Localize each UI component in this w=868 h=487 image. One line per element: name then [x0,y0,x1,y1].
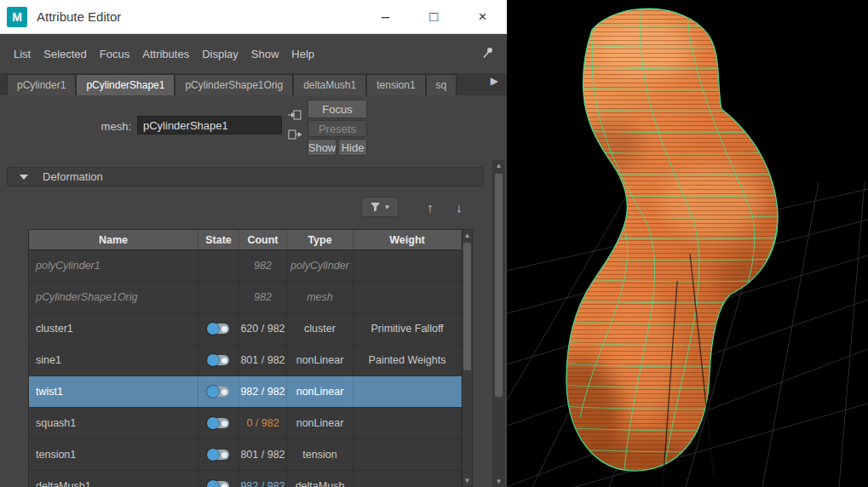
state-toggle[interactable] [208,481,229,487]
cell-type: cluster [287,313,354,344]
cell-count: 801 / 982 [239,345,287,375]
table-row[interactable]: squash1 0 / 982 nonLinear [29,408,462,439]
table-row-selected[interactable]: twist1 982 / 982 nonLinear [29,376,462,408]
mesh-name-input[interactable] [137,116,282,135]
cell-name: twist1 [29,376,198,407]
scrollbar-thumb[interactable] [495,174,503,397]
cell-weight: Painted Weights [354,345,462,375]
tab-pcylinder1[interactable]: pCylinder1 [7,74,76,95]
cell-type: tension [287,439,354,470]
cell-type: nonLinear [287,345,354,375]
cell-count: 982 / 982 [239,376,287,407]
header-weight[interactable]: Weight [354,230,462,249]
tab-tension1[interactable]: tension1 [366,74,425,95]
table-row[interactable]: cluster1 620 / 982 cluster Primitive Fal… [29,313,462,345]
menu-focus[interactable]: Focus [100,48,129,60]
presets-button[interactable]: Presets [308,120,367,137]
cell-state [198,345,239,375]
output-connection-icon[interactable] [287,127,302,142]
table-row[interactable]: tension1 801 / 982 tension [29,439,462,471]
cell-state [198,408,239,438]
show-button[interactable]: Show [308,139,336,156]
cell-type: deltaMush [287,471,354,487]
scroll-down-icon[interactable]: ▼ [463,475,472,486]
state-toggle[interactable] [208,355,229,365]
menu-list[interactable]: List [14,48,31,60]
menu-attributes[interactable]: Attributes [142,48,189,60]
cell-type: nonLinear [287,376,354,407]
move-down-button[interactable]: ↓ [450,196,468,218]
cell-count: 982 / 982 [239,471,287,487]
scroll-down-icon[interactable]: ▼ [492,476,505,487]
cell-weight [354,376,462,407]
scroll-up-icon[interactable]: ▲ [492,160,505,171]
header-type[interactable]: Type [287,230,354,249]
header-name[interactable]: Name [29,230,198,249]
table-header-row: Name State Count Type Weight [29,230,462,250]
deformation-section-header[interactable]: Deformation [7,167,484,186]
cell-state [198,376,239,407]
cell-state [198,313,239,344]
scroll-up-icon[interactable]: ▲ [463,230,472,241]
tab-deltamush1[interactable]: deltaMush1 [293,74,366,95]
table-row[interactable]: polyCylinder1 982 polyCylinder [29,250,462,282]
cell-weight [354,471,462,487]
state-toggle[interactable] [208,450,229,460]
attribute-editor-window: M Attribute Editor – □ × List Selected F… [0,0,507,487]
cell-name: pCylinderShape1Orig [29,282,198,312]
table-row[interactable]: sine1 801 / 982 nonLinear Painted Weight… [29,345,462,376]
pin-icon[interactable] [481,46,495,60]
cell-weight [354,250,462,281]
close-button[interactable]: × [458,0,507,34]
filter-dropdown-button[interactable]: ▼ [361,197,399,217]
state-toggle[interactable] [208,324,229,334]
state-toggle[interactable] [208,387,229,397]
tab-squash1-clipped[interactable]: sq [426,74,457,95]
minimize-button[interactable]: – [361,0,410,34]
scrollbar-thumb[interactable] [463,243,471,370]
collapse-arrow-icon [20,175,28,180]
table-row[interactable]: deltaMush1 982 / 982 deltaMush [29,471,462,487]
state-toggle[interactable] [208,418,229,428]
header-state[interactable]: State [198,230,239,249]
table-row[interactable]: pCylinderShape1Orig 982 mesh [29,282,462,313]
cell-name: polyCylinder1 [29,250,198,281]
cell-count: 620 / 982 [239,313,287,344]
mesh-field-label: mesh: [0,120,131,133]
maya-logo-icon: M [7,7,27,27]
cell-type: polyCylinder [287,250,354,281]
cell-state [198,250,239,281]
tab-overflow-arrow-icon[interactable]: ▶ [491,75,498,87]
cell-name: cluster1 [29,313,198,344]
cell-weight [354,408,462,438]
move-up-button[interactable]: ↑ [421,196,440,218]
viewport-3d[interactable] [507,0,868,487]
table-scrollbar[interactable]: ▲ ▼ [462,229,473,487]
hide-button[interactable]: Hide [338,139,367,156]
header-count[interactable]: Count [239,230,287,249]
editor-scrollbar[interactable]: ▲ ▼ [492,160,505,487]
tab-pcylindershape1[interactable]: pCylinderShape1 [76,74,175,95]
cell-type: mesh [287,282,354,312]
cell-count: 801 / 982 [239,439,287,470]
deformed-cylinder-mesh[interactable] [507,0,868,487]
cell-state [198,439,239,470]
window-title: Attribute Editor [37,9,121,24]
focus-button[interactable]: Focus [308,100,367,118]
menu-selected[interactable]: Selected [43,48,87,60]
tab-bar: pCylinder1 pCylinderShape1 pCylinderShap… [0,73,507,95]
input-connection-icon[interactable] [287,107,302,123]
cell-weight [354,439,462,470]
cell-count: 982 [239,282,287,312]
cell-count: 0 / 982 [239,408,287,438]
cell-weight: Primitive Falloff [354,313,462,344]
menu-display[interactable]: Display [202,48,239,60]
cell-name: squash1 [29,408,198,438]
cell-count: 982 [239,250,287,281]
menu-show[interactable]: Show [251,48,279,60]
maximize-button[interactable]: □ [410,0,458,34]
cell-state [198,471,239,487]
menu-help[interactable]: Help [291,48,314,60]
tab-pcylindershape1orig[interactable]: pCylinderShape1Orig [175,74,293,95]
cell-name: tension1 [29,439,198,470]
